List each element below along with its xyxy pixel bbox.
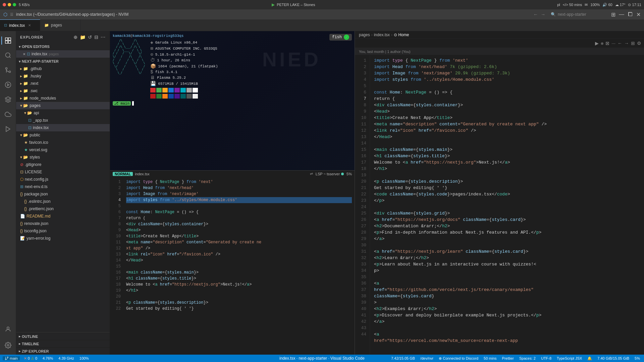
- file-icon: ⊡: [20, 170, 23, 174]
- folder-icon: ▸ 📁: [20, 74, 28, 78]
- open-editors-section[interactable]: ▾ OPEN EDITORS: [16, 43, 110, 50]
- breadcrumb-home[interactable]: ⊙ Home: [394, 33, 409, 37]
- tree-yarn-error[interactable]: 📝 yarn-error.log: [16, 235, 110, 242]
- tree-app-tsx[interactable]: ⊡ _app.tsx: [16, 117, 110, 124]
- close-icon[interactable]: ✕: [636, 11, 641, 18]
- tree-pages[interactable]: ▾ 📂 pages: [16, 102, 110, 109]
- status-git-branch[interactable]: main: [3, 356, 20, 360]
- breadcrumb-index[interactable]: index.tsx: [374, 33, 390, 37]
- status-feedback[interactable]: 🔔: [586, 356, 593, 361]
- status-discord[interactable]: ⊕ Connected to Discord: [437, 356, 480, 361]
- activity-explorer[interactable]: [1, 34, 15, 47]
- status-pct[interactable]: 5%: [633, 356, 641, 360]
- main-code-area[interactable]: 1234 567 891011 12131415 16171819 202122…: [355, 55, 644, 355]
- status-cpu[interactable]: 4.76%: [41, 356, 54, 360]
- tree-vercel[interactable]: ★ vercel.svg: [16, 146, 110, 154]
- activity-settings[interactable]: [1, 339, 15, 352]
- status-indent[interactable]: Spaces: 2: [518, 356, 537, 360]
- minimize-dot[interactable]: [8, 3, 11, 6]
- tree-api[interactable]: ▾ 📂 api: [16, 109, 110, 117]
- new-folder-icon[interactable]: 📁: [80, 35, 86, 40]
- nav-back-icon[interactable]: ←: [533, 12, 538, 17]
- split-icon[interactable]: ⎈: [601, 41, 603, 46]
- search-bar[interactable]: 🔍 next-app-starter: [548, 11, 608, 17]
- status-errors[interactable]: ✕ 0 ⚠ 0: [22, 356, 39, 361]
- tree-favicon[interactable]: ★ favicon.ico: [16, 139, 110, 146]
- status-zoom[interactable]: 100%: [78, 356, 90, 360]
- tree-next-config[interactable]: ⬡ next.config.js: [16, 176, 110, 183]
- run-icon[interactable]: ▶: [595, 41, 599, 46]
- status-bar-center: index.tsx · next-app-starter · Visual St…: [279, 356, 365, 361]
- status-memory[interactable]: 7.42/15.05 GB: [390, 356, 416, 360]
- activity-extensions[interactable]: [1, 93, 15, 106]
- maximize-dot[interactable]: [13, 3, 16, 6]
- tree-node-modules[interactable]: ▸ 📁 node_modules: [16, 95, 110, 102]
- restore-icon[interactable]: ⧠: [628, 11, 633, 18]
- nav-forward-icon[interactable]: →: [541, 12, 545, 17]
- tree-public[interactable]: ▾ 📂 public: [16, 131, 110, 139]
- activity-debug[interactable]: [1, 78, 15, 92]
- neofetch-memory: 💾 6571MiB / 15415MiB: [150, 81, 352, 86]
- tree-tsconfig[interactable]: {} tsconfig.json: [16, 227, 110, 235]
- forward-editor-icon[interactable]: →: [624, 41, 629, 46]
- breadcrumb-pages[interactable]: pages: [359, 33, 370, 37]
- refresh-icon[interactable]: ↺: [88, 35, 92, 40]
- activity-git[interactable]: [1, 63, 15, 77]
- more-icon[interactable]: ···: [101, 35, 106, 40]
- zoom-icon[interactable]: ⊞: [631, 41, 635, 46]
- settings-editor-icon[interactable]: ⚙: [637, 41, 641, 46]
- fish-label: fish: [332, 35, 342, 40]
- status-ram[interactable]: 7.40 GiB/15.05 GiB: [596, 356, 631, 360]
- project-section[interactable]: ▾ NEXT-APP-STARTER: [16, 58, 110, 65]
- tree-readme[interactable]: 📄 README.md: [16, 213, 110, 220]
- hamburger-icon[interactable]: ☰: [10, 12, 13, 17]
- zip-explorer-section[interactable]: ▸ ZIP EXPLORER: [16, 347, 110, 355]
- status-device[interactable]: /dev/nvr: [419, 356, 435, 360]
- window-controls[interactable]: [3, 3, 16, 6]
- minimize-icon[interactable]: —: [619, 11, 624, 18]
- tree-eslint[interactable]: {} .eslintrc.json: [16, 198, 110, 205]
- tree-husky[interactable]: ▸ 📁 .husky: [16, 72, 110, 80]
- warning-icon: ⚠: [31, 356, 34, 361]
- tree-styles[interactable]: ▾ 📂 styles: [16, 154, 110, 161]
- close-editor-icon[interactable]: ←: [618, 41, 622, 46]
- neofetch-de: 🖥 Plasma 5.25.2: [150, 75, 352, 80]
- tree-index-tsx[interactable]: ⊡ index.tsx: [16, 124, 110, 131]
- open-editor-index[interactable]: ✕ ⊡ index.tsx pages: [16, 50, 110, 58]
- timeline-section[interactable]: ▸ TIMELINE: [16, 340, 110, 347]
- tree-prettier[interactable]: {} .prettierrc.json: [16, 205, 110, 213]
- tree-swc[interactable]: ▸ 📁 .swc: [16, 87, 110, 95]
- outline-section[interactable]: ▸ OUTLINE: [16, 333, 110, 340]
- collapse-icon[interactable]: ⊟: [94, 35, 99, 40]
- close-dot[interactable]: [3, 3, 6, 6]
- tree-license[interactable]: ⊡ LICENSE: [16, 168, 110, 176]
- more-toolbar-icon[interactable]: ···: [611, 41, 615, 46]
- tab-close-icon[interactable]: ✕: [28, 23, 31, 27]
- activity-search[interactable]: [1, 49, 15, 62]
- tree-next-env[interactable]: ⊞ next-env.d.ts: [16, 183, 110, 190]
- activity-run[interactable]: [1, 122, 15, 136]
- diff-icon[interactable]: ⊠: [605, 41, 609, 46]
- titlebar-text: index.tsx (~/Documents/GitHub/next-app-s…: [16, 12, 128, 17]
- new-file-icon[interactable]: ⊕: [73, 35, 78, 40]
- activity-cloud[interactable]: [1, 108, 15, 121]
- tree-next[interactable]: ▸ 📁 .next: [16, 80, 110, 87]
- terminal-pane[interactable]: NIED fish ✓ kamack38@kamack38-rogstrixg5…: [110, 31, 355, 170]
- tree-package[interactable]: {} package.json: [16, 190, 110, 198]
- tree-gitignore[interactable]: ⊘ .gitignore: [16, 161, 110, 168]
- layout-icon[interactable]: ⊞: [611, 11, 615, 18]
- open-editors-label: OPEN EDITORS: [22, 45, 50, 49]
- status-freq[interactable]: 4.39 GHz: [57, 356, 75, 360]
- status-time[interactable]: 50 mins: [482, 356, 498, 360]
- tab-pages[interactable]: 📁 pages: [40, 19, 80, 31]
- status-encoding[interactable]: UTF-8: [540, 356, 553, 360]
- tab-index-tsx[interactable]: ⊡ index.tsx ✕: [0, 19, 40, 31]
- nvim-code-pane[interactable]: 1234 5678 9101112 13141516 17181920 2122…: [110, 177, 355, 355]
- status-prettier[interactable]: Prettier: [501, 356, 515, 360]
- tree-renovate[interactable]: {} renovate.json: [16, 220, 110, 227]
- status-lang[interactable]: TypeScript JSX: [555, 356, 583, 360]
- activity-account[interactable]: [1, 322, 15, 336]
- tree-github[interactable]: ▸ 📁 .github: [16, 65, 110, 72]
- tree-item-label: vercel.svg: [29, 147, 47, 152]
- close-editor-icon[interactable]: ✕: [23, 52, 25, 56]
